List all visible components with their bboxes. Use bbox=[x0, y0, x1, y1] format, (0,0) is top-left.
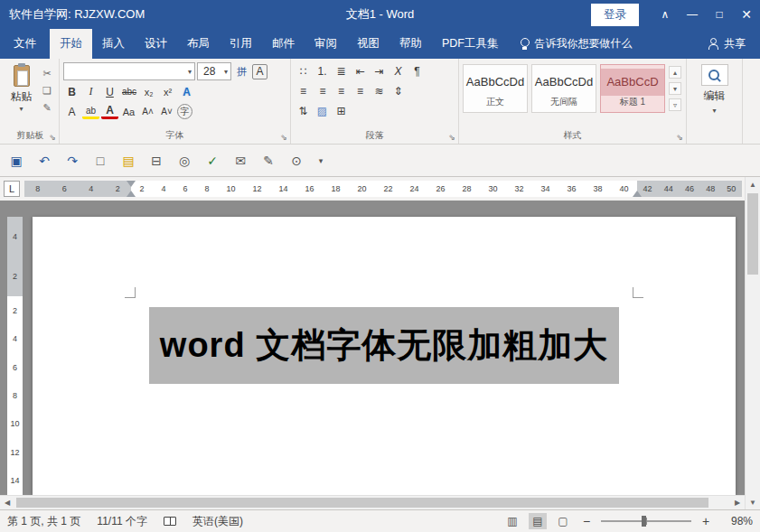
login-button[interactable]: 登录 bbox=[591, 4, 639, 26]
qat-overflow-button[interactable]: ▾ bbox=[314, 150, 328, 172]
horizontal-scrollbar-thumb[interactable] bbox=[16, 498, 708, 508]
increase-indent-button[interactable]: ⇥ bbox=[371, 62, 388, 79]
scroll-down-button[interactable]: ▼ bbox=[746, 495, 760, 509]
new-document-icon[interactable]: □ bbox=[89, 150, 111, 172]
shading-button[interactable]: ▨ bbox=[314, 102, 331, 119]
strikethrough-button[interactable]: abc bbox=[120, 83, 138, 100]
align-right-button[interactable]: ≡ bbox=[333, 82, 350, 99]
hanging-indent-marker[interactable] bbox=[127, 191, 136, 197]
page-number-status[interactable]: 第 1 页, 共 1 页 bbox=[7, 514, 80, 529]
enclose-character-button[interactable]: 字 bbox=[177, 104, 192, 119]
spelling-icon[interactable]: ✓ bbox=[202, 150, 223, 172]
bold-button[interactable]: B bbox=[63, 83, 80, 100]
find-button[interactable] bbox=[701, 64, 728, 86]
close-button[interactable]: ✕ bbox=[733, 0, 760, 29]
scroll-right-button[interactable]: ▶ bbox=[730, 496, 745, 509]
styles-dialog-launcher[interactable]: ⇘ bbox=[676, 134, 683, 142]
open-icon[interactable]: ▤ bbox=[117, 150, 139, 172]
tab-file[interactable]: 文件 bbox=[0, 29, 50, 59]
print-preview-icon[interactable]: ◎ bbox=[174, 150, 195, 172]
print-layout-button[interactable]: ▤ bbox=[529, 513, 547, 529]
email-icon[interactable]: ✉ bbox=[230, 150, 251, 172]
scroll-up-button[interactable]: ▲ bbox=[746, 177, 760, 191]
italic-button[interactable]: I bbox=[82, 83, 99, 100]
tab-home[interactable]: 开始 bbox=[50, 29, 92, 59]
tab-layout[interactable]: 布局 bbox=[177, 29, 220, 59]
document-workspace[interactable]: 42 2468101214 word 文档字体无限加粗加大 bbox=[0, 201, 760, 495]
selected-text[interactable]: word 文档字体无限加粗加大 bbox=[149, 307, 619, 384]
styles-more-button[interactable]: ▿ bbox=[669, 98, 681, 111]
redo-icon[interactable]: ↷ bbox=[61, 150, 83, 172]
multilevel-list-button[interactable]: ≣ bbox=[333, 62, 350, 79]
share-button[interactable]: 共享 bbox=[708, 29, 746, 59]
paste-button[interactable]: 粘贴 ▾ bbox=[5, 62, 37, 130]
styles-scroll-down-button[interactable]: ▾ bbox=[669, 82, 681, 95]
font-dialog-launcher[interactable]: ⇘ bbox=[280, 134, 287, 142]
proofing-status-icon[interactable] bbox=[164, 517, 176, 526]
justify-button[interactable]: ≡ bbox=[352, 82, 369, 99]
style-normal[interactable]: AaBbCcDd 正文 bbox=[463, 64, 528, 113]
read-mode-button[interactable]: ▥ bbox=[503, 513, 521, 529]
language-status[interactable]: 英语(美国) bbox=[192, 514, 243, 529]
line-spacing-button[interactable]: ⇕ bbox=[389, 82, 407, 99]
decrease-indent-button[interactable]: ⇤ bbox=[352, 62, 369, 79]
character-border-button[interactable]: A bbox=[252, 64, 267, 79]
align-center-button[interactable]: ≡ bbox=[314, 82, 331, 99]
clear-formatting-button[interactable]: A bbox=[63, 103, 80, 120]
ribbon-display-options-button[interactable]: ∧ bbox=[652, 0, 679, 29]
tab-help[interactable]: 帮助 bbox=[389, 29, 432, 59]
subscript-button[interactable]: x₂ bbox=[140, 83, 157, 100]
cut-icon[interactable]: ✂ bbox=[39, 66, 55, 80]
zoom-slider-thumb[interactable] bbox=[642, 516, 646, 527]
quick-print-icon[interactable]: ⊟ bbox=[145, 150, 167, 172]
styles-scroll-up-button[interactable]: ▴ bbox=[669, 66, 681, 79]
font-name-select[interactable]: ▾ bbox=[63, 62, 195, 80]
change-case-button[interactable]: Aa bbox=[120, 103, 137, 120]
font-size-select[interactable]: 28 ▾ bbox=[197, 62, 231, 80]
numbered-list-button[interactable]: 1. bbox=[314, 62, 331, 79]
touch-mode-icon[interactable]: ⊙ bbox=[286, 150, 307, 172]
save-icon[interactable]: ▣ bbox=[5, 150, 27, 172]
first-line-indent-marker[interactable] bbox=[127, 181, 136, 187]
zoom-out-button[interactable]: − bbox=[579, 514, 594, 528]
paragraph-dialog-launcher[interactable]: ⇘ bbox=[448, 134, 455, 142]
tab-review[interactable]: 审阅 bbox=[305, 29, 347, 59]
asian-layout-button[interactable]: X bbox=[389, 62, 407, 79]
align-left-button[interactable]: ≡ bbox=[295, 82, 312, 99]
text-effects-button[interactable]: A bbox=[178, 83, 195, 100]
tab-insert[interactable]: 插入 bbox=[92, 29, 135, 59]
editing-group[interactable]: 编辑 ▾ bbox=[687, 59, 743, 144]
style-heading-1[interactable]: AaBbCcD 标题 1 bbox=[600, 64, 665, 113]
horizontal-ruler[interactable]: 8642 24681012141618202224262830323436384… bbox=[24, 181, 742, 197]
tell-me-box[interactable]: 告诉我你想要做什么 bbox=[520, 29, 633, 59]
phonetic-guide-button[interactable]: 拼 bbox=[233, 63, 250, 80]
format-painter-icon[interactable]: ✎ bbox=[39, 100, 55, 115]
bullet-list-button[interactable]: ∷ bbox=[295, 62, 312, 79]
maximize-button[interactable]: □ bbox=[706, 0, 733, 29]
highlight-color-button[interactable]: ab bbox=[82, 104, 99, 119]
right-indent-marker[interactable] bbox=[633, 191, 642, 197]
font-color-button[interactable]: A bbox=[101, 104, 118, 119]
tab-pdf-tools[interactable]: PDF工具集 bbox=[432, 29, 509, 59]
style-no-spacing[interactable]: AaBbCcDd 无间隔 bbox=[531, 64, 596, 113]
vertical-scrollbar-thumb[interactable] bbox=[747, 193, 758, 275]
zoom-in-button[interactable]: + bbox=[699, 514, 713, 528]
show-marks-button[interactable]: ¶ bbox=[408, 62, 426, 79]
tab-selector[interactable]: L bbox=[4, 181, 20, 197]
underline-button[interactable]: U bbox=[101, 83, 118, 100]
scroll-left-button[interactable]: ◀ bbox=[0, 496, 14, 509]
tab-view[interactable]: 视图 bbox=[347, 29, 389, 59]
zoom-slider[interactable] bbox=[601, 515, 691, 527]
tab-design[interactable]: 设计 bbox=[135, 29, 177, 59]
undo-icon[interactable]: ↶ bbox=[33, 150, 55, 172]
clipboard-dialog-launcher[interactable]: ⇘ bbox=[49, 134, 56, 142]
vertical-ruler[interactable]: 42 2468101214 bbox=[7, 201, 23, 495]
shrink-font-button[interactable]: A˅ bbox=[158, 103, 175, 120]
sort-button[interactable]: ⇅ bbox=[295, 102, 312, 119]
zoom-percentage[interactable]: 98% bbox=[720, 515, 753, 527]
horizontal-scrollbar[interactable]: ◀ ▶ bbox=[0, 495, 745, 509]
copy-icon[interactable]: ❏ bbox=[39, 83, 55, 98]
superscript-button[interactable]: x² bbox=[159, 83, 176, 100]
distribute-button[interactable]: ≋ bbox=[371, 82, 388, 99]
document-page[interactable]: word 文档字体无限加粗加大 bbox=[33, 217, 736, 495]
